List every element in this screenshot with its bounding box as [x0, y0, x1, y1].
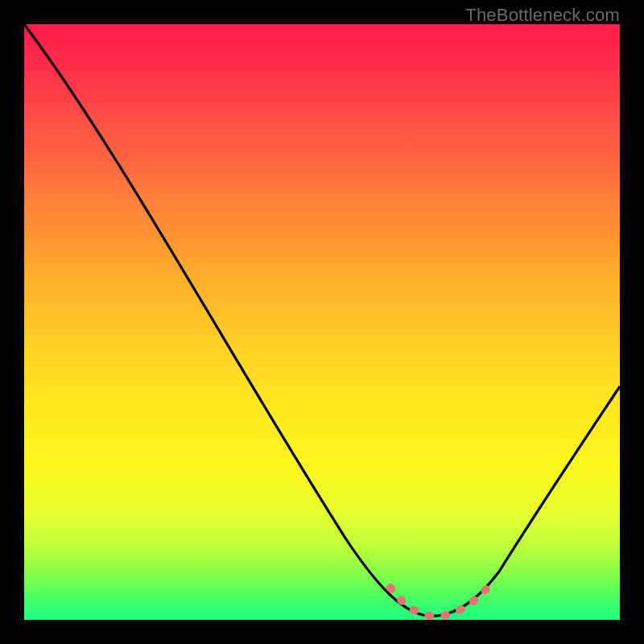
watermark-text: TheBottleneck.com: [465, 5, 620, 26]
optimal-zone-marker: [390, 584, 491, 616]
chart-area: [24, 24, 620, 620]
bottleneck-curve: [24, 24, 620, 620]
curve-path: [24, 24, 620, 616]
